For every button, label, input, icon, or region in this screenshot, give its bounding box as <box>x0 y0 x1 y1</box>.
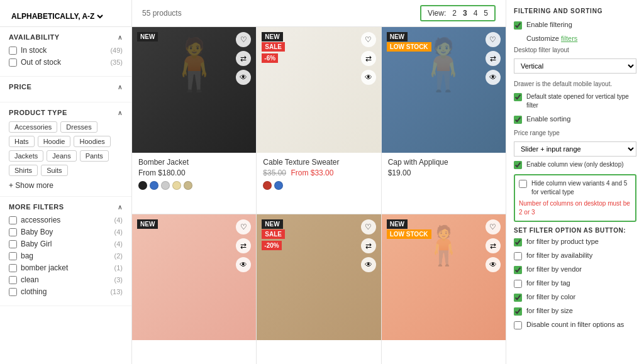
tag-dresses[interactable]: Dresses <box>60 121 97 133</box>
filter-btn-tag: for filter by tag <box>514 279 636 288</box>
hide-column-checkbox[interactable] <box>519 180 527 188</box>
default-state-checkbox[interactable] <box>514 93 522 101</box>
filter-clean-checkbox[interactable] <box>9 276 17 284</box>
badge-new-6: NEW <box>387 219 408 229</box>
tag-list: Accessories Dresses Hats Hoodie Hoodies … <box>9 121 123 176</box>
availability-section: AVAILABILITY ∧ In stock (49) Out of stoc… <box>0 27 131 77</box>
product-actions-2: ♡ ⇄ 👁 <box>361 32 376 85</box>
quickview-btn-1[interactable]: 👁 <box>236 70 251 85</box>
wishlist-btn-6[interactable]: ♡ <box>486 219 501 234</box>
swatch-khaki-1[interactable] <box>184 181 192 190</box>
badge-lowstock-6: LOW STOCK <box>387 229 431 239</box>
main-header: 55 products View: 2 3 4 5 <box>132 0 506 27</box>
wishlist-btn-2[interactable]: ♡ <box>361 32 376 47</box>
wishlist-btn-1[interactable]: ♡ <box>236 32 251 47</box>
more-filters-header[interactable]: MORE FILTERS ∧ <box>9 203 123 211</box>
quickview-btn-4[interactable]: 👁 <box>236 257 251 272</box>
enable-filtering-checkbox[interactable] <box>514 21 522 30</box>
filter-btn-availability: for filter by availability <box>514 251 636 260</box>
enable-column-view-row: Enable column view (only desktop) <box>514 160 636 169</box>
filter-accessories-checkbox[interactable] <box>9 216 17 224</box>
product-info-1: Bomber Jacket From $180.00 <box>132 153 256 177</box>
swatch-red-2[interactable] <box>263 181 272 190</box>
product-card-2: NEW SALE -6% ♡ ⇄ 👁 Cable Texture Sweater… <box>257 27 380 214</box>
swatch-blue-1[interactable] <box>150 181 158 190</box>
enable-column-view-checkbox[interactable] <box>514 161 522 169</box>
filter-bag-checkbox[interactable] <box>9 252 17 260</box>
product-name-2: Cable Texture Sweater <box>263 158 374 167</box>
filter-clothing-checkbox[interactable] <box>9 288 17 296</box>
outofstock-checkbox[interactable] <box>9 58 17 67</box>
quickview-btn-2[interactable]: 👁 <box>361 70 376 85</box>
filter-babygirl-checkbox[interactable] <box>9 240 17 248</box>
filter-tag-checkbox[interactable] <box>514 280 522 288</box>
swatch-black-1[interactable] <box>138 181 147 190</box>
badge-lowstock-3: LOW STOCK <box>387 42 431 52</box>
tag-hoodie[interactable]: Hoodie <box>38 136 71 147</box>
swatch-tan-1[interactable] <box>172 181 181 190</box>
filter-product-type-checkbox[interactable] <box>514 238 522 246</box>
badge-new-4: NEW <box>137 219 158 229</box>
compare-btn-6[interactable]: ⇄ <box>486 238 501 253</box>
price-range-select[interactable]: Slider + input range Slider only Input r… <box>514 141 636 157</box>
quickview-btn-5[interactable]: 👁 <box>361 257 376 272</box>
view-2[interactable]: 2 <box>452 9 457 18</box>
enable-filtering-label: Enable filtering <box>526 21 572 28</box>
quickview-btn-3[interactable]: 👁 <box>486 70 501 85</box>
panel-title: FILTERING AND SORTING <box>514 8 636 14</box>
price-range-label: Price range type <box>514 129 636 138</box>
enable-column-view-label: Enable column view (only desktop) <box>526 160 624 169</box>
filter-disable-count-checkbox[interactable] <box>514 321 522 329</box>
tag-pants[interactable]: Pants <box>80 150 109 162</box>
availability-header[interactable]: AVAILABILITY ∧ <box>9 33 123 41</box>
tag-jeans[interactable]: Jeans <box>47 150 76 162</box>
compare-btn-1[interactable]: ⇄ <box>236 51 251 66</box>
enable-filtering-row: Enable filtering <box>514 21 636 30</box>
view-3[interactable]: 3 <box>463 9 467 18</box>
tag-hoodies[interactable]: Hoodies <box>74 136 110 147</box>
product-type-header[interactable]: PRODUCT TYPE ∧ <box>9 109 123 116</box>
tag-shirts[interactable]: Shirts <box>9 165 38 176</box>
product-type-section: PRODUCT TYPE ∧ Accessories Dresses Hats … <box>0 102 131 197</box>
filter-bomber-checkbox[interactable] <box>9 264 17 272</box>
swatch-blue-2[interactable] <box>274 181 283 190</box>
filters-link[interactable]: filters <box>561 35 577 42</box>
set-filter-title: SET FILTER OPTION AS BUTTON: <box>514 227 636 234</box>
compare-btn-5[interactable]: ⇄ <box>361 238 376 253</box>
show-more-link[interactable]: + Show more <box>9 176 123 190</box>
tag-accessories[interactable]: Accessories <box>9 121 57 133</box>
compare-btn-3[interactable]: ⇄ <box>486 51 501 66</box>
view-4[interactable]: 4 <box>474 9 478 18</box>
filter-availability-checkbox[interactable] <box>514 252 522 260</box>
tag-jackets[interactable]: Jackets <box>9 150 43 162</box>
instock-checkbox[interactable] <box>9 47 17 55</box>
wishlist-btn-5[interactable]: ♡ <box>361 219 376 234</box>
filter-btn-vendor: for filter by vendor <box>514 265 636 274</box>
tag-suits[interactable]: Suits <box>41 165 67 176</box>
tag-hats[interactable]: Hats <box>9 136 35 147</box>
filter-color-checkbox[interactable] <box>514 294 522 302</box>
filter-babyboy-checkbox[interactable] <box>9 228 17 236</box>
product-image-6: 🧍 NEW LOW STOCK ♡ ⇄ 👁 <box>382 214 506 340</box>
view-5[interactable]: 5 <box>484 9 488 18</box>
product-actions-6: ♡ ⇄ 👁 <box>486 219 501 272</box>
desktop-layout-select[interactable]: Vertical Horizontal Drawer <box>514 58 636 74</box>
swatch-grey-1[interactable] <box>161 181 170 190</box>
customize-filters-row: Customize filters <box>514 35 636 42</box>
compare-btn-2[interactable]: ⇄ <box>361 51 376 66</box>
enable-sorting-row: Enable sorting <box>514 115 636 124</box>
compare-btn-4[interactable]: ⇄ <box>236 238 251 253</box>
filter-accessories: accessories (4) <box>9 216 123 224</box>
filter-size-checkbox[interactable] <box>514 307 522 316</box>
product-name-3: Cap with Applique <box>388 158 499 167</box>
quickview-btn-6[interactable]: 👁 <box>486 257 501 272</box>
sort-select[interactable]: ALPHABETICALLY, A-Z <box>9 11 105 21</box>
filter-vendor-checkbox[interactable] <box>514 266 522 274</box>
product-name-1: Bomber Jacket <box>138 158 250 167</box>
price-header[interactable]: PRICE ∧ <box>9 83 123 91</box>
product-price-3: $19.00 <box>388 168 499 177</box>
wishlist-btn-3[interactable]: ♡ <box>486 32 501 47</box>
view-control: View: 2 3 4 5 <box>420 5 496 21</box>
wishlist-btn-4[interactable]: ♡ <box>236 219 251 234</box>
enable-sorting-checkbox[interactable] <box>514 116 522 124</box>
